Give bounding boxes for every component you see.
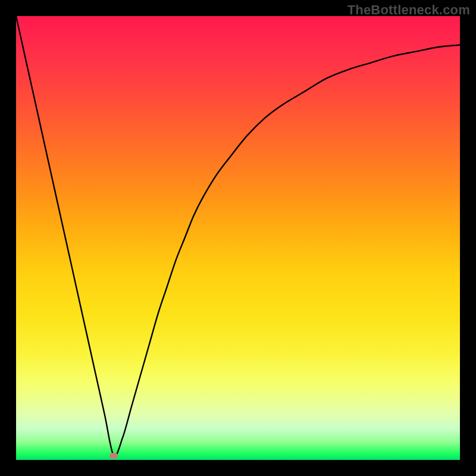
bottleneck-curve bbox=[16, 16, 460, 456]
min-marker bbox=[109, 453, 118, 459]
curve-svg bbox=[16, 16, 460, 460]
chart-frame: TheBottleneck.com bbox=[0, 0, 476, 476]
plot-area bbox=[16, 16, 460, 460]
watermark-text: TheBottleneck.com bbox=[347, 2, 470, 18]
